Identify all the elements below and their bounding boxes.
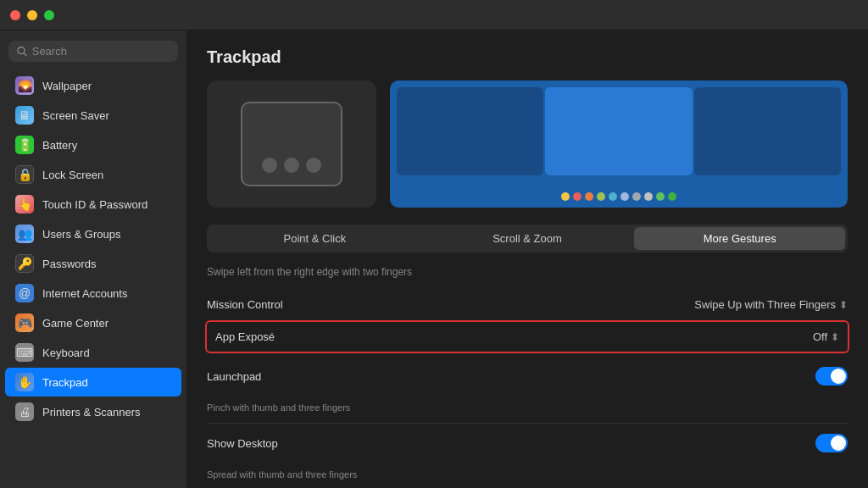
battery-icon: 🔋 [15,136,34,154]
setting-value-app-expose[interactable]: Off ⬍ [813,330,839,343]
wallpaper-icon: 🌄 [15,76,34,95]
color-dot-6 [632,192,641,201]
touchid-icon: 👆 [15,195,34,214]
sidebar-item-keyboard[interactable]: ⌨Keyboard [5,338,181,367]
sub-text-launchpad: Pinch with thumb and three fingers [207,402,350,413]
setting-row-mission-control[interactable]: Mission ControlSwipe Up with Three Finge… [207,288,848,322]
sidebar-item-gamecenter[interactable]: 🎮Game Center [5,308,181,337]
fullscreen-button[interactable] [44,10,54,20]
color-dot-2 [585,192,593,201]
setting-row-show-desktop: Show Desktop [207,424,848,463]
sidebar-item-users[interactable]: 👥Users & Groups [5,219,181,248]
gamecenter-icon: 🎮 [15,313,34,332]
sidebar-item-battery[interactable]: 🔋Battery [5,130,181,159]
sub-row-show-desktop: Spread with thumb and three fingers [207,463,848,488]
color-dot-4 [609,192,617,201]
color-dot-1 [573,192,581,201]
gesture-preview-inner [390,80,848,182]
sidebar: 🌄Wallpaper🖥Screen Saver🔋Battery🔒Lock Scr… [0,30,186,488]
toggle-show-desktop[interactable] [815,434,848,452]
search-bar[interactable] [8,41,178,62]
trackpad-inner [241,102,342,186]
setting-label-mission-control: Mission Control [207,298,283,311]
passwords-icon: 🔑 [15,254,34,273]
setting-label-app-expose: App Exposé [215,330,275,343]
sidebar-item-lockscreen[interactable]: 🔒Lock Screen [5,160,181,189]
sidebar-item-label-wallpaper: Wallpaper [42,80,92,92]
trackpad-dot-3 [306,158,321,173]
hint-text: Swipe left from the right edge with two … [207,266,848,278]
sub-row-launchpad: Pinch with thumb and three fingers [207,396,848,424]
sidebar-item-internet[interactable]: @Internet Accounts [5,279,181,308]
close-button[interactable] [10,10,20,20]
setting-row-app-expose[interactable]: App ExposéOff ⬍ [205,320,849,353]
settings-container: Mission ControlSwipe Up with Three Finge… [207,288,848,488]
sidebar-item-trackpad[interactable]: ✋Trackpad [5,368,181,396]
screensaver-icon: 🖥 [15,106,34,125]
sidebar-item-printers[interactable]: 🖨Printers & Scanners [5,397,181,426]
sidebar-item-label-battery: Battery [42,139,77,152]
sidebar-item-label-trackpad: Trackpad [42,376,88,389]
gesture-panel-2 [545,87,692,175]
tab-scroll-zoom[interactable]: Scroll & Zoom [422,227,633,250]
sidebar-item-screensaver[interactable]: 🖥Screen Saver [5,101,181,130]
sidebar-item-label-passwords: Passwords [42,258,97,270]
color-dot-5 [620,192,629,201]
sidebar-item-label-keyboard: Keyboard [42,347,90,359]
users-icon: 👥 [15,225,34,243]
internet-icon: @ [15,284,34,302]
printers-icon: 🖨 [15,402,34,421]
sidebar-item-label-gamecenter: Game Center [42,317,108,330]
color-dot-9 [668,192,676,201]
sidebar-item-passwords[interactable]: 🔑Passwords [5,249,181,278]
tab-point-click[interactable]: Point & Click [209,227,420,250]
setting-group-show-desktop: Show DesktopSpread with thumb and three … [207,424,848,488]
sidebar-items: 🌄Wallpaper🖥Screen Saver🔋Battery🔒Lock Scr… [0,70,186,427]
titlebar [0,0,868,30]
color-dot-8 [656,192,665,201]
sidebar-item-label-users: Users & Groups [42,228,120,241]
tabs-bar: Point & ClickScroll & ZoomMore Gestures [207,225,848,252]
trackpad-dot-2 [284,158,299,173]
svg-line-1 [24,53,26,56]
search-input[interactable] [32,45,170,58]
setting-label-show-desktop: Show Desktop [207,437,278,450]
sidebar-item-label-lockscreen: Lock Screen [42,169,103,181]
main-layout: 🌄Wallpaper🖥Screen Saver🔋Battery🔒Lock Scr… [0,30,868,488]
search-icon [17,46,27,57]
setting-value-mission-control[interactable]: Swipe Up with Three Fingers ⬍ [694,298,848,311]
gesture-panel-3 [694,87,841,175]
sidebar-item-wallpaper[interactable]: 🌄Wallpaper [5,71,181,100]
sidebar-item-touchid[interactable]: 👆Touch ID & Password [5,190,181,219]
page-title: Trackpad [207,47,848,67]
preview-area [207,80,848,208]
keyboard-icon: ⌨ [15,343,34,362]
sidebar-item-label-internet: Internet Accounts [42,287,127,300]
trackpad-dot-1 [262,158,277,173]
setting-group-launchpad: LaunchpadPinch with thumb and three fing… [207,357,848,424]
sidebar-item-label-printers: Printers & Scanners [42,406,141,419]
tab-more-gestures[interactable]: More Gestures [634,227,845,250]
content-area: Trackpad Point & ClickScroll & Zoom [186,30,868,488]
lockscreen-icon: 🔒 [15,165,34,184]
setting-row-launchpad: Launchpad [207,357,848,396]
color-dot-0 [561,192,570,201]
sidebar-item-label-touchid: Touch ID & Password [42,198,147,211]
setting-label-launchpad: Launchpad [207,370,261,383]
trackpad-icon: ✋ [15,373,34,391]
color-dot-7 [644,192,653,201]
gesture-preview [390,80,848,208]
sidebar-item-label-screensaver: Screen Saver [42,109,109,122]
stepper-icon: ⬍ [839,299,848,311]
toggle-launchpad[interactable] [815,367,848,385]
minimize-button[interactable] [27,10,37,20]
stepper-icon: ⬍ [831,331,839,343]
color-dot-3 [597,192,605,201]
trackpad-graphic [207,80,376,208]
color-dots [561,192,676,201]
gesture-panel-1 [397,87,543,175]
sub-text-show-desktop: Spread with thumb and three fingers [207,469,357,480]
